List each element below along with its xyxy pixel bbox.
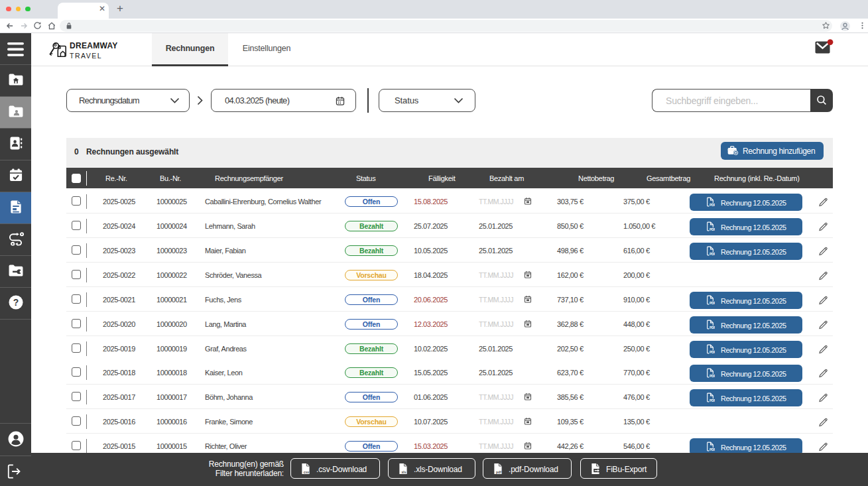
svg-text:pdf: pdf	[496, 471, 501, 474]
svg-text:PDF: PDF	[710, 228, 715, 231]
svg-text:PDF: PDF	[710, 351, 715, 354]
svg-text:csv: csv	[304, 471, 310, 474]
svg-text:xls: xls	[402, 471, 406, 474]
svg-text:PDF: PDF	[710, 375, 715, 378]
svg-text:?: ?	[13, 297, 18, 308]
svg-text:PDF: PDF	[710, 326, 715, 330]
svg-text:PDF: PDF	[710, 399, 715, 402]
svg-text:PDF: PDF	[710, 302, 715, 305]
svg-text:PDF: PDF	[710, 204, 715, 207]
svg-text:PDF: PDF	[710, 448, 715, 452]
svg-text:PDF: PDF	[710, 253, 715, 256]
